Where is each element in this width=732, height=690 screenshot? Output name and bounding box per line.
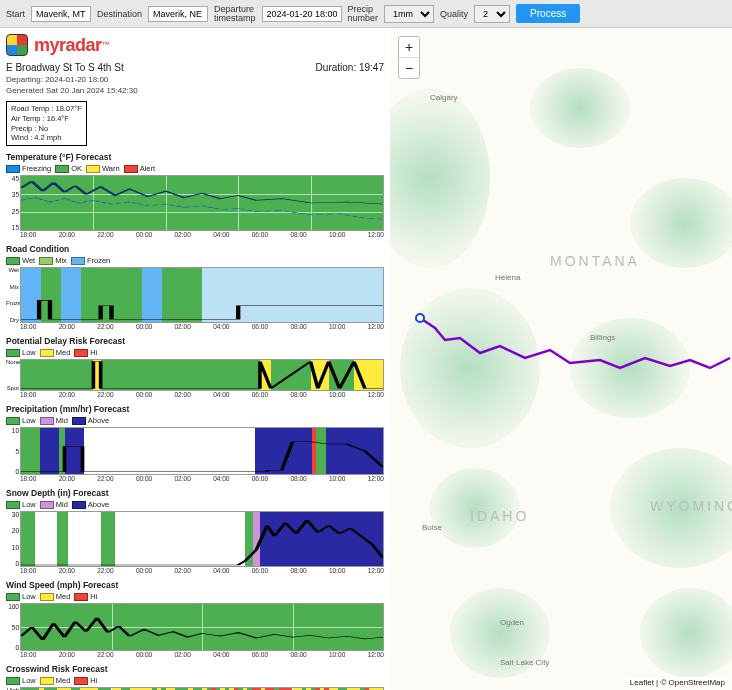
route-depart: Departing: 2024-01-20 18:00 bbox=[6, 75, 384, 84]
start-input[interactable] bbox=[31, 6, 91, 22]
zoom-in-button[interactable]: + bbox=[399, 37, 419, 58]
chart-delay: Potential Delay Risk Forecast LowMedHi N… bbox=[6, 336, 384, 398]
plot-wind bbox=[20, 603, 384, 651]
map-label: Salt Lake City bbox=[500, 658, 549, 667]
map-label: IDAHO bbox=[470, 508, 529, 524]
dest-input[interactable] bbox=[148, 6, 208, 22]
brand-logo-icon bbox=[6, 34, 28, 56]
chart-road: Road Condition WetMixFrozen WetMixFrozen… bbox=[6, 244, 384, 330]
brand-text: myradar bbox=[34, 35, 102, 55]
map-label: Ogden bbox=[500, 618, 524, 627]
chart-precip: Precipitation (mm/hr) Forecast LowMidAbo… bbox=[6, 404, 384, 482]
brand: myradar™ bbox=[6, 32, 384, 62]
process-button[interactable]: Process bbox=[516, 4, 580, 23]
zoom-out-button[interactable]: − bbox=[399, 58, 419, 78]
precip-label: Precip number bbox=[348, 5, 379, 23]
map-label: WYOMING bbox=[650, 498, 732, 514]
quality-label: Quality bbox=[440, 9, 468, 19]
toolbar: Start Destination Departure timestamp Pr… bbox=[0, 0, 732, 28]
route-duration: Duration: 19:47 bbox=[316, 62, 384, 73]
map-panel: + − CalgaryHelenaMONTANABillingsIDAHOWYO… bbox=[390, 28, 732, 690]
map-label: Helena bbox=[495, 273, 520, 282]
plot-snow bbox=[20, 511, 384, 567]
chart-wind: Wind Speed (mph) Forecast LowMedHi 10050… bbox=[6, 580, 384, 658]
chart-temp: Temperature (°F) Forecast FreezingOKWarn… bbox=[6, 152, 384, 238]
map-label: Billings bbox=[590, 333, 615, 342]
depart-label: Departure timestamp bbox=[214, 5, 256, 23]
depart-input[interactable] bbox=[262, 6, 342, 22]
precip-select[interactable]: 1mm bbox=[384, 5, 434, 23]
zoom-control: + − bbox=[398, 36, 420, 79]
route-start-marker bbox=[415, 313, 425, 323]
route-generated: Generated Sat 20 Jan 2024 15:42:30 bbox=[6, 86, 384, 95]
dest-label: Destination bbox=[97, 9, 142, 19]
plot-delay bbox=[20, 359, 384, 391]
map-label: Calgary bbox=[430, 93, 458, 102]
chart-cross: Crosswind Risk Forecast LowMedHi HighLow… bbox=[6, 664, 384, 690]
map-label: MONTANA bbox=[550, 253, 640, 269]
route-title: E Broadway St To S 4th St bbox=[6, 62, 124, 73]
info-box: Road Temp : 18.07°F Air Temp : 16.4°F Pr… bbox=[6, 101, 87, 146]
route-header: E Broadway St To S 4th St Duration: 19:4… bbox=[6, 62, 384, 73]
main: myradar™ E Broadway St To S 4th St Durat… bbox=[0, 28, 732, 690]
left-panel: myradar™ E Broadway St To S 4th St Durat… bbox=[0, 28, 390, 690]
map-attribution: Leaflet | © OpenStreetMap bbox=[627, 677, 728, 688]
legend-temp: FreezingOKWarnAlert bbox=[6, 164, 384, 173]
quality-select[interactable]: 2 bbox=[474, 5, 510, 23]
start-label: Start bbox=[6, 9, 25, 19]
map-label: Boise bbox=[422, 523, 442, 532]
plot-road bbox=[20, 267, 384, 323]
map[interactable]: + − CalgaryHelenaMONTANABillingsIDAHOWYO… bbox=[390, 28, 732, 690]
plot-precip bbox=[20, 427, 384, 475]
chart-snow: Snow Depth (in) Forecast LowMidAbove 302… bbox=[6, 488, 384, 574]
plot-temp bbox=[20, 175, 384, 231]
